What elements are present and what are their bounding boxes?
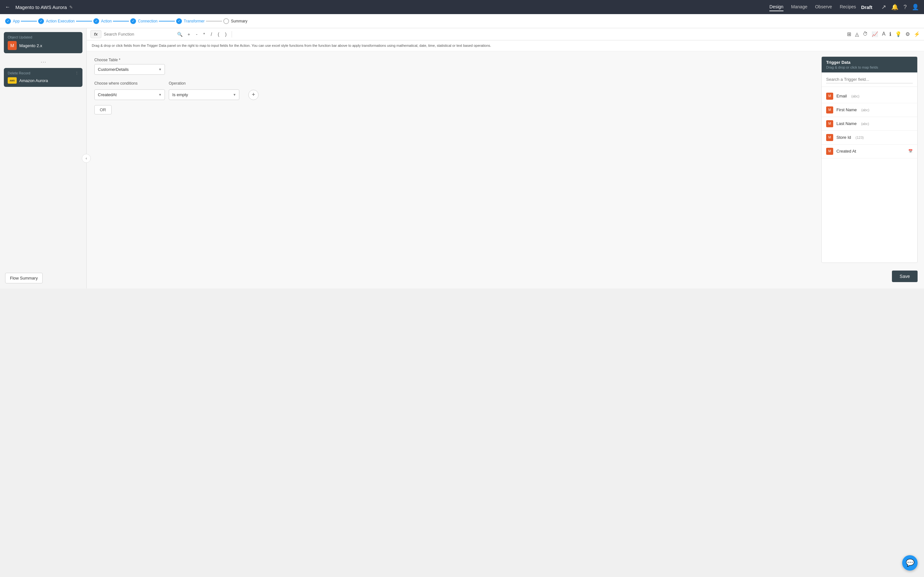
- nav-manage[interactable]: Manage: [791, 3, 808, 11]
- settings-icon[interactable]: ⚙: [905, 31, 910, 37]
- magento-field-icon-firstname: M: [826, 106, 833, 113]
- text-icon[interactable]: A: [882, 31, 885, 37]
- trigger-fields-list: M Email (abc) M First Name (abc) M Last …: [822, 87, 917, 263]
- trigger-field-email[interactable]: M Email (abc): [822, 89, 917, 103]
- plus-op[interactable]: +: [186, 31, 192, 37]
- magento-field-icon-storeid: M: [826, 134, 833, 141]
- step-connection[interactable]: ✓ Connection: [130, 18, 158, 24]
- action-content: AWS Amazon Aurora: [8, 77, 79, 84]
- field-storeid-type: (123): [856, 135, 864, 139]
- back-button[interactable]: ←: [5, 4, 10, 10]
- step-dot-summary: [223, 18, 229, 24]
- magento-trigger-icon: M: [8, 41, 17, 50]
- condition-label: Choose where conditions: [94, 81, 165, 85]
- clock-icon[interactable]: ⏱: [863, 31, 868, 37]
- trigger-panel-subtitle: Drag & drop or click to map fields: [826, 65, 913, 69]
- trigger-content: M Magento 2.x: [8, 41, 79, 50]
- header-action-icons: ↗ 🔔 ? 👤: [881, 3, 919, 11]
- action-label-text: Delete Record: [8, 71, 30, 75]
- magento-field-icon-lastname: M: [826, 120, 833, 127]
- grid-icon[interactable]: ⊞: [847, 31, 851, 37]
- step-label-transformer: Transformer: [184, 19, 205, 23]
- left-sidebar: Object Updated M Magento 2.x ⋯ Delete Re…: [0, 28, 87, 288]
- choose-table-label: Choose Table *: [94, 58, 916, 62]
- aurora-action-icon: AWS: [8, 77, 17, 84]
- lightbulb-icon[interactable]: 💡: [895, 31, 901, 37]
- step-action-execution[interactable]: ✓ Action Execution: [38, 18, 74, 24]
- header: ← Magento to AWS Aurora ✎ Design Manage …: [0, 0, 924, 14]
- step-transformer[interactable]: ✓ Transformer: [176, 18, 205, 24]
- step-line-4: [159, 21, 175, 21]
- trigger-field-lastname[interactable]: M Last Name (abc): [822, 117, 917, 131]
- step-action[interactable]: ✓ Action: [94, 18, 111, 24]
- operation-label: Operation: [169, 81, 239, 85]
- flow-connector: ⋯: [4, 56, 82, 68]
- choose-table-select[interactable]: CustomerDetails Orders Products: [94, 64, 165, 75]
- calendar-icon: 📅: [908, 149, 913, 153]
- app-title: Magento to AWS Aurora ✎: [15, 5, 764, 10]
- nav-observe[interactable]: Observe: [815, 3, 832, 11]
- magento-field-icon-createdat: M: [826, 148, 833, 155]
- nav-recipes[interactable]: Recipes: [840, 3, 856, 11]
- operation-select[interactable]: Is empty Is not empty Equals Not equals: [169, 89, 239, 100]
- chart-icon[interactable]: ◬: [855, 31, 859, 37]
- open-paren-op[interactable]: (: [216, 31, 221, 37]
- main-layout: Object Updated M Magento 2.x ⋯ Delete Re…: [0, 28, 924, 288]
- add-condition-button[interactable]: +: [248, 90, 258, 100]
- step-app[interactable]: ✓ App: [5, 18, 19, 24]
- external-link-icon[interactable]: ↗: [881, 3, 886, 11]
- minus-op[interactable]: -: [195, 31, 199, 37]
- condition-field-select[interactable]: CreatedAt Email FirstName LastName: [94, 89, 165, 100]
- trigger-block: Object Updated M Magento 2.x: [4, 32, 82, 53]
- action-options-button[interactable]: ⋮: [75, 71, 79, 75]
- field-firstname-name: First Name: [837, 107, 857, 112]
- main-content: fx 🔍 + - * / ( ) ⊞ ◬ ⏱ 📈 A ℹ 💡 ⚙ ⚡: [87, 28, 924, 288]
- choose-table-wrapper: CustomerDetails Orders Products ▼: [94, 64, 165, 75]
- draft-status: Draft: [861, 5, 872, 10]
- multiply-op[interactable]: *: [202, 31, 206, 37]
- edit-title-icon[interactable]: ✎: [69, 5, 73, 10]
- step-line-5: [206, 21, 222, 21]
- search-function-icon: 🔍: [177, 32, 183, 37]
- operation-group: Operation Is empty Is not empty Equals N…: [169, 81, 239, 100]
- trigger-search-area: [822, 73, 917, 87]
- step-progress-bar: ✓ App ✓ Action Execution ✓ Action ✓ Conn…: [0, 14, 924, 28]
- step-summary[interactable]: Summary: [223, 18, 247, 24]
- field-storeid-name: Store Id: [837, 135, 851, 140]
- field-createdat-name: Created At: [837, 149, 856, 153]
- trigger-field-storeid[interactable]: M Store Id (123): [822, 131, 917, 145]
- step-label-summary: Summary: [231, 19, 247, 23]
- step-label-connection: Connection: [138, 19, 158, 23]
- step-line-3: [113, 21, 129, 21]
- action-block: Delete Record ⋮ AWS Amazon Aurora: [4, 68, 82, 87]
- notification-icon[interactable]: 🔔: [891, 3, 898, 11]
- magento-field-icon-email: M: [826, 93, 833, 100]
- formula-button[interactable]: fx: [90, 30, 102, 38]
- line-chart-icon[interactable]: 📈: [872, 31, 878, 37]
- save-button[interactable]: Save: [892, 271, 918, 282]
- choose-table-group: Choose Table * CustomerDetails Orders Pr…: [94, 58, 916, 75]
- info-icon[interactable]: ℹ: [889, 31, 891, 37]
- trigger-search-input[interactable]: [826, 76, 913, 83]
- close-paren-op[interactable]: ): [224, 31, 228, 37]
- field-firstname-type: (abc): [861, 108, 869, 112]
- trigger-field-firstname[interactable]: M First Name (abc): [822, 103, 917, 117]
- step-dot-transformer: ✓: [176, 18, 182, 24]
- divide-op[interactable]: /: [210, 31, 213, 37]
- nav-design[interactable]: Design: [769, 3, 783, 11]
- trigger-field-createdat[interactable]: M Created At 📅: [822, 145, 917, 158]
- trigger-app-name: Magento 2.x: [19, 43, 42, 48]
- action-app-name: Amazon Aurora: [19, 78, 48, 83]
- step-line-1: [21, 21, 37, 21]
- help-icon[interactable]: ?: [903, 4, 907, 11]
- bolt-icon[interactable]: ⚡: [914, 31, 920, 37]
- operation-wrapper: Is empty Is not empty Equals Not equals …: [169, 89, 239, 100]
- or-button[interactable]: OR: [94, 105, 111, 114]
- user-icon[interactable]: 👤: [912, 3, 919, 11]
- action-label-row: Delete Record ⋮: [8, 71, 79, 75]
- trigger-panel-title: Trigger Data: [826, 60, 913, 65]
- condition-field-group: Choose where conditions CreatedAt Email …: [94, 81, 165, 100]
- search-function-input[interactable]: [104, 32, 174, 37]
- collapse-sidebar-button[interactable]: ‹: [82, 154, 91, 163]
- flow-summary-button[interactable]: Flow Summary: [5, 273, 43, 284]
